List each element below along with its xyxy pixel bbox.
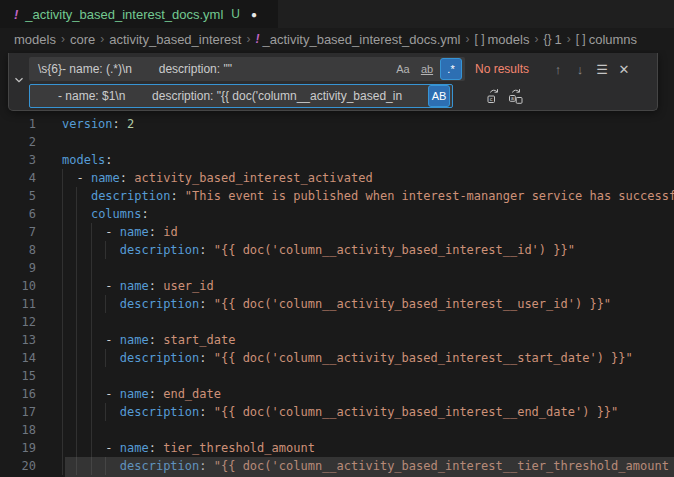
find-query-text: \s{6}- name: (.*)\n description: "" (30, 62, 392, 76)
line-number: 16 (0, 385, 36, 403)
line-number: 7 (0, 223, 36, 241)
svg-text:a: a (511, 95, 514, 101)
breadcrumb-item[interactable]: [ ]columns (576, 32, 637, 47)
code-line[interactable]: 16 - name: end_date (0, 385, 674, 403)
indent-guide (62, 259, 63, 277)
code-line[interactable]: 1version: 2 (0, 115, 674, 133)
horizontal-scrollbar[interactable] (65, 457, 674, 477)
editor[interactable]: 1version: 223models:4 - name: activity_b… (0, 50, 674, 477)
find-replace-widget: \s{6}- name: (.*)\n description: "" Aa a… (8, 53, 658, 111)
line-number: 8 (0, 241, 36, 259)
line-content: - name: end_date (62, 385, 221, 403)
find-input[interactable]: \s{6}- name: (.*)\n description: "" Aa a… (29, 57, 465, 81)
symbol-object-icon: {} (543, 32, 551, 46)
code-line[interactable]: 8 description: "{{ doc('column__activity… (0, 241, 674, 259)
replace-all-button[interactable]: a (505, 85, 527, 107)
breadcrumb-item[interactable]: {}1 (543, 32, 561, 47)
code-line[interactable]: 19 - name: tier_threshold_amount (0, 439, 674, 457)
modified-dot-icon[interactable]: ● (251, 9, 257, 20)
code-line[interactable]: 11 description: "{{ doc('column__activit… (0, 295, 674, 313)
breadcrumb-item[interactable]: models (14, 32, 56, 47)
toggle-replace-button[interactable] (9, 53, 29, 110)
breadcrumb-label: 1 (554, 32, 561, 47)
replace-button[interactable]: c (483, 85, 505, 107)
yaml-file-icon: ! (255, 32, 259, 46)
tab-active-file[interactable]: ! _activity_based_interest_docs.yml U ● (0, 0, 278, 28)
breadcrumb-label: activity_based_interest (109, 32, 241, 47)
line-number: 15 (0, 367, 36, 385)
line-number: 10 (0, 277, 36, 295)
chevron-right-icon: › (465, 32, 469, 46)
code-line[interactable]: 4 - name: activity_based_interest_activa… (0, 169, 674, 187)
code-line[interactable]: 2 (0, 133, 674, 151)
whole-word-button[interactable]: ab (416, 58, 438, 80)
line-number: 3 (0, 151, 36, 169)
close-button[interactable]: ✕ (613, 58, 635, 80)
line-content: - name: id (62, 223, 178, 241)
replace-all-icon: a (508, 88, 524, 104)
line-content: - name: tier_threshold_amount (62, 439, 315, 457)
line-content: description: "{{ doc('column__activity_b… (62, 241, 575, 259)
indent-guide (62, 313, 63, 331)
line-content: description: "{{ doc('column__activity_b… (62, 349, 633, 367)
line-number: 5 (0, 187, 36, 205)
code-line[interactable]: 12 (0, 313, 674, 331)
code-line[interactable]: 7 - name: id (0, 223, 674, 241)
breadcrumb-item[interactable]: core (70, 32, 95, 47)
line-number: 19 (0, 439, 36, 457)
indent-guide (91, 421, 92, 439)
yaml-file-icon: ! (14, 7, 18, 22)
line-content: description: "This event is published wh… (62, 187, 674, 205)
line-number: 2 (0, 133, 36, 151)
chevron-right-icon: › (246, 32, 250, 46)
code-line[interactable]: 15 (0, 367, 674, 385)
breadcrumb-item[interactable]: activity_based_interest (109, 32, 241, 47)
breadcrumb-label: columns (589, 32, 637, 47)
chevron-right-icon: › (61, 32, 65, 46)
find-in-selection-button[interactable]: ☰ (591, 58, 613, 80)
code-line[interactable]: 17 description: "{{ doc('column__activit… (0, 403, 674, 421)
code-area[interactable]: 1version: 223models:4 - name: activity_b… (0, 115, 674, 475)
line-content: - name: user_id (62, 277, 214, 295)
indent-guide (62, 367, 63, 385)
code-line[interactable]: 13 - name: start_date (0, 331, 674, 349)
line-number: 11 (0, 295, 36, 313)
code-line[interactable]: 5 description: "This event is published … (0, 187, 674, 205)
indent-guide (76, 259, 77, 277)
indent-guide (76, 313, 77, 331)
line-number: 4 (0, 169, 36, 187)
code-line[interactable]: 6 columns: (0, 205, 674, 223)
code-line[interactable]: 3models: (0, 151, 674, 169)
breadcrumb-item[interactable]: [ ]models (474, 32, 529, 47)
next-match-button[interactable]: ↓ (569, 58, 591, 80)
breadcrumb-label: _activity_based_interest_docs.yml (262, 32, 460, 47)
replace-input[interactable]: - name: $1\n description: "{{ doc('colum… (29, 84, 453, 108)
line-number: 9 (0, 259, 36, 277)
breadcrumb: models›core›activity_based_interest›!_ac… (0, 28, 674, 50)
git-untracked-badge: U (231, 7, 240, 21)
code-line[interactable]: 10 - name: user_id (0, 277, 674, 295)
replace-row: - name: $1\n description: "{{ doc('colum… (29, 84, 657, 108)
line-number: 6 (0, 205, 36, 223)
find-row: \s{6}- name: (.*)\n description: "" Aa a… (29, 57, 657, 81)
line-content: version: 2 (62, 115, 134, 133)
code-line[interactable]: 9 (0, 259, 674, 277)
tab-filename: _activity_based_interest_docs.yml (25, 7, 223, 22)
replace-value-text: - name: $1\n description: "{{ doc('colum… (30, 89, 428, 103)
code-line[interactable]: 18 (0, 421, 674, 439)
replace-icon: c (486, 88, 502, 104)
vscode-window: ! _activity_based_interest_docs.yml U ● … (0, 0, 674, 477)
line-number: 13 (0, 331, 36, 349)
code-line[interactable]: 14 description: "{{ doc('column__activit… (0, 349, 674, 367)
breadcrumb-item[interactable]: !_activity_based_interest_docs.yml (255, 32, 460, 47)
line-number: 17 (0, 403, 36, 421)
previous-match-button[interactable]: ↑ (547, 58, 569, 80)
match-case-button[interactable]: Aa (392, 58, 414, 80)
indent-guide (91, 313, 92, 331)
chevron-down-icon (12, 73, 26, 91)
regex-button[interactable]: .* (440, 58, 462, 80)
preserve-case-button[interactable]: AB (428, 85, 450, 107)
line-number: 20 (0, 457, 36, 475)
line-content: description: "{{ doc('column__activity_b… (62, 295, 611, 313)
indent-guide (91, 259, 92, 277)
